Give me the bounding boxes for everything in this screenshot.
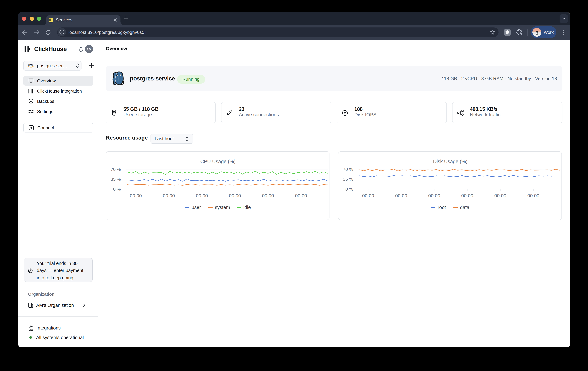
svg-text:idle: idle (243, 205, 251, 210)
svg-text:CPU Usage (%): CPU Usage (%) (200, 159, 236, 164)
svg-text:00:00: 00:00 (527, 193, 539, 198)
svg-text:00:00: 00:00 (461, 193, 473, 198)
svg-text:system: system (215, 205, 230, 210)
svg-text:00:00: 00:00 (196, 193, 208, 198)
svg-text:00:00: 00:00 (229, 193, 241, 198)
svg-text:root: root (438, 205, 446, 210)
svg-text:00:00: 00:00 (494, 193, 506, 198)
svg-text:00:00: 00:00 (362, 193, 374, 198)
svg-text:0 %: 0 % (113, 187, 121, 191)
svg-text:0 %: 0 % (345, 187, 353, 191)
svg-text:user: user (192, 205, 201, 210)
svg-text:00:00: 00:00 (295, 193, 307, 198)
svg-text:35 %: 35 % (343, 177, 353, 182)
svg-text:00:00: 00:00 (163, 193, 175, 198)
svg-text:data: data (460, 205, 469, 210)
svg-text:aws: aws (28, 63, 33, 66)
svg-text:35 %: 35 % (111, 177, 121, 182)
svg-text:00:00: 00:00 (262, 193, 274, 198)
svg-text:00:00: 00:00 (130, 193, 142, 198)
svg-text:Disk Usage (%): Disk Usage (%) (433, 159, 467, 164)
svg-text:70 %: 70 % (111, 167, 121, 172)
svg-text:00:00: 00:00 (428, 193, 440, 198)
svg-text:70 %: 70 % (343, 167, 353, 172)
svg-text:00:00: 00:00 (395, 193, 407, 198)
